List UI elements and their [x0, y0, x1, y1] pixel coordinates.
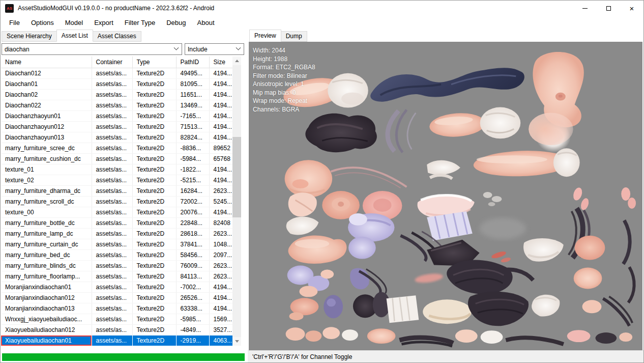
cell-size[interactable]: 4194... — [209, 292, 232, 303]
cell-pathid[interactable]: -7002... — [176, 282, 209, 292]
cell-container[interactable]: assets/as... — [92, 292, 132, 303]
cell-container[interactable]: assets/as... — [92, 249, 132, 260]
cell-size[interactable]: 3527... — [209, 324, 232, 335]
cell-container[interactable]: assets/as... — [92, 100, 132, 110]
cell-type[interactable]: Texture2D — [132, 78, 176, 89]
column-header-size[interactable]: Size — [209, 57, 232, 68]
cell-pathid[interactable]: 71513... — [176, 121, 209, 132]
cell-name[interactable]: Moranjianxindiaochan012 — [1, 292, 92, 303]
cell-name[interactable]: Diaochanzhaoyun012 — [1, 121, 92, 132]
cell-pathid[interactable]: 16284... — [176, 185, 209, 196]
cell-type[interactable]: Texture2D — [132, 260, 176, 271]
menu-debug[interactable]: Debug — [161, 16, 191, 29]
cell-name[interactable]: Diaochan01 — [1, 78, 92, 89]
cell-container[interactable]: assets/as... — [92, 303, 132, 314]
menu-options[interactable]: Options — [25, 16, 60, 29]
cell-name[interactable]: Wnxxgj_xiaoyuebailudiaoc... — [1, 314, 92, 324]
table-row[interactable]: Diaochan012assets/as...Texture2D49495...… — [1, 68, 232, 78]
cell-container[interactable]: assets/as... — [92, 260, 132, 271]
scroll-down-button[interactable] — [232, 337, 241, 346]
cell-size[interactable]: 89652 — [209, 143, 232, 153]
cell-name[interactable]: Diaochanzhaoyun01 — [1, 110, 92, 121]
cell-name[interactable]: marry_furniture_curtain_dc — [1, 239, 92, 249]
cell-type[interactable]: Texture2D — [132, 282, 176, 292]
cell-size[interactable]: 4063... — [209, 335, 232, 346]
cell-container[interactable]: assets/as... — [92, 314, 132, 324]
cell-container[interactable]: assets/as... — [92, 217, 132, 228]
cell-pathid[interactable]: 76009... — [176, 260, 209, 271]
cell-size[interactable]: 4194... — [209, 303, 232, 314]
table-row[interactable]: marry_furniture_curtain_dcassets/as...Te… — [1, 239, 232, 249]
cell-container[interactable]: assets/as... — [92, 271, 132, 282]
cell-pathid[interactable]: 20076... — [176, 207, 209, 217]
cell-type[interactable]: Texture2D — [132, 335, 176, 346]
cell-size[interactable]: 4194... — [209, 121, 232, 132]
cell-container[interactable]: assets/as... — [92, 196, 132, 207]
cell-pathid[interactable]: -4849... — [176, 324, 209, 335]
cell-container[interactable]: assets/as... — [92, 110, 132, 121]
menu-about[interactable]: About — [192, 16, 220, 29]
cell-size[interactable]: 2623... — [209, 271, 232, 282]
table-row[interactable]: Xiaoyuebailudiaochan012assets/as...Textu… — [1, 324, 232, 335]
cell-type[interactable]: Texture2D — [132, 249, 176, 260]
table-row[interactable]: marry_furniture_blinds_dcassets/as...Tex… — [1, 260, 232, 271]
tab-scene-hierarchy[interactable]: Scene Hierarchy — [2, 31, 57, 42]
cell-pathid[interactable]: 37841... — [176, 239, 209, 249]
cell-container[interactable]: assets/as... — [92, 89, 132, 100]
menu-filter-type[interactable]: Filter Type — [119, 16, 161, 29]
cell-type[interactable]: Texture2D — [132, 68, 176, 78]
chevron-down-icon[interactable] — [236, 45, 241, 50]
cell-type[interactable]: Texture2D — [132, 164, 176, 175]
cell-size[interactable]: 2623... — [209, 228, 232, 239]
cell-pathid[interactable]: -5985... — [176, 314, 209, 324]
cell-size[interactable]: 4194... — [209, 282, 232, 292]
table-row[interactable]: marry_furniture_dharma_dcassets/as...Tex… — [1, 185, 232, 196]
table-row[interactable]: Moranjianxindiaochan01assets/as...Textur… — [1, 282, 232, 292]
cell-container[interactable]: assets/as... — [92, 68, 132, 78]
cell-name[interactable]: texture_01 — [1, 164, 92, 175]
cell-name[interactable]: Diaochan02 — [1, 89, 92, 100]
cell-size[interactable]: 4194... — [209, 110, 232, 121]
cell-pathid[interactable]: 82824... — [176, 132, 209, 143]
cell-type[interactable]: Texture2D — [132, 292, 176, 303]
table-row[interactable]: Diaochanzhaoyun013assets/as...Texture2D8… — [1, 132, 232, 143]
table-row[interactable]: marry_furniture_scroll_dcassets/as...Tex… — [1, 196, 232, 207]
cell-name[interactable]: marry_furniture_lamp_dc — [1, 228, 92, 239]
cell-size[interactable]: 4194... — [209, 164, 232, 175]
cell-size[interactable]: 65768 — [209, 153, 232, 164]
table-row[interactable]: marry_furniture_floorlamp...assets/as...… — [1, 271, 232, 282]
table-row[interactable]: marry_furniture_scree_dcassets/as...Text… — [1, 143, 232, 153]
cell-size[interactable]: 4194... — [209, 207, 232, 217]
cell-container[interactable]: assets/as... — [92, 121, 132, 132]
cell-name[interactable]: marry_furniture_bed_dc — [1, 249, 92, 260]
cell-name[interactable]: texture_00 — [1, 207, 92, 217]
cell-container[interactable]: assets/as... — [92, 228, 132, 239]
cell-size[interactable]: 5245... — [209, 196, 232, 207]
cell-name[interactable]: texture_02 — [1, 175, 92, 185]
cell-size[interactable]: 1569... — [209, 314, 232, 324]
tab-asset-list[interactable]: Asset List — [56, 30, 93, 42]
cell-pathid[interactable]: 11651... — [176, 89, 209, 100]
cell-pathid[interactable]: -2919... — [176, 335, 209, 346]
cell-name[interactable]: Xiaoyuebailudiaochan012 — [1, 324, 92, 335]
cell-pathid[interactable]: -1822... — [176, 164, 209, 175]
cell-size[interactable]: 1048... — [209, 239, 232, 249]
cell-container[interactable]: assets/as... — [92, 324, 132, 335]
close-button[interactable]: × — [620, 1, 643, 16]
maximize-button[interactable] — [597, 1, 620, 16]
cell-name[interactable]: Xiaoyuebailudiaochan01 — [1, 335, 92, 346]
column-header-container[interactable]: Container — [92, 57, 132, 68]
cell-type[interactable]: Texture2D — [132, 121, 176, 132]
tab-asset-classes[interactable]: Asset Classes — [93, 31, 141, 42]
cell-name[interactable]: Moranjianxindiaochan013 — [1, 303, 92, 314]
table-row[interactable]: marry_furniture_bed_dcassets/as...Textur… — [1, 249, 232, 260]
cell-size[interactable]: 2097... — [209, 249, 232, 260]
cell-name[interactable]: Moranjianxindiaochan01 — [1, 282, 92, 292]
table-row[interactable]: Wnxxgj_xiaoyuebailudiaoc...assets/as...T… — [1, 314, 232, 324]
cell-pathid[interactable]: 84113... — [176, 271, 209, 282]
cell-name[interactable]: marry_furniture_scree_dc — [1, 143, 92, 153]
tab-dump[interactable]: Dump — [281, 31, 307, 42]
cell-size[interactable]: 82408 — [209, 217, 232, 228]
table-row[interactable]: Diaochanzhaoyun012assets/as...Texture2D7… — [1, 121, 232, 132]
cell-container[interactable]: assets/as... — [92, 185, 132, 196]
